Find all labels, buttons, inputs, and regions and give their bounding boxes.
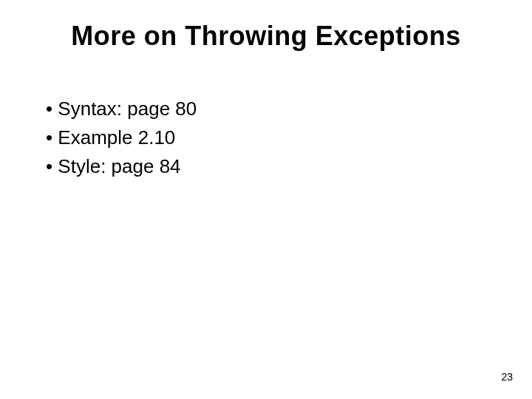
list-item: • Syntax: page 80 [46,96,488,122]
slide-title: More on Throwing Exceptions [0,21,532,52]
list-item: • Example 2.10 [46,125,488,151]
slide: More on Throwing Exceptions • Syntax: pa… [0,0,532,399]
slide-body: • Syntax: page 80 • Example 2.10 • Style… [46,96,488,183]
page-number: 23 [501,371,513,383]
list-item: • Style: page 84 [46,154,488,180]
bullet-list: • Syntax: page 80 • Example 2.10 • Style… [46,96,488,180]
